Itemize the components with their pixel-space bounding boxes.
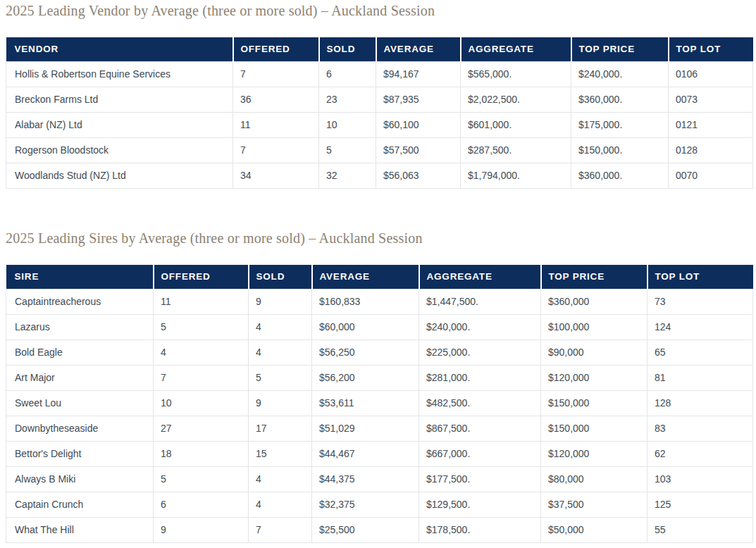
cell-sire: What The Hill	[6, 518, 154, 543]
table-row: Always B Miki54$44,375$177,500.$80,00010…	[6, 467, 753, 492]
cell-aggregate: $129,500.	[419, 492, 541, 518]
cell-sold: 7	[249, 518, 312, 543]
cell-sold: 4	[249, 492, 312, 518]
cell-top-lot: 0073	[669, 87, 753, 113]
cell-offered: 36	[233, 87, 319, 113]
cell-top-lot: 83	[647, 416, 753, 442]
cell-average: $94,167	[376, 62, 461, 87]
cell-sold: 32	[319, 163, 376, 189]
cell-top-lot: 81	[647, 366, 753, 391]
cell-average: $60,000	[312, 315, 419, 340]
cell-sold: 9	[249, 391, 312, 416]
cell-sire: Lazarus	[6, 315, 154, 340]
table-row: Art Major75$56,200$281,000.$120,00081	[6, 366, 753, 391]
cell-average: $44,375	[312, 467, 419, 492]
cell-top-lot: 124	[647, 315, 753, 340]
table-row: Alabar (NZ) Ltd1110$60,100$601,000.$175,…	[6, 113, 753, 138]
cell-offered: 5	[154, 315, 249, 340]
cell-offered: 27	[154, 416, 249, 442]
cell-aggregate: $867,500.	[419, 416, 541, 442]
cell-offered: 7	[154, 366, 249, 391]
cell-aggregate: $2,022,500.	[461, 87, 571, 113]
table-row: Hollis & Robertson Equine Services76$94,…	[6, 62, 753, 87]
cell-offered: 4	[154, 340, 249, 366]
cell-average: $160,833	[312, 289, 419, 315]
leading-sires-title: 2025 Leading Sires by Average (three or …	[6, 230, 752, 247]
column-header-aggregate: AGGREGATE	[419, 265, 541, 289]
cell-sire: Always B Miki	[6, 467, 154, 492]
cell-top-price: $120,000	[541, 442, 647, 467]
leading-sires-table: SIREOFFEREDSOLDAVERAGEAGGREGATETOP PRICE…	[6, 265, 753, 543]
cell-offered: 10	[154, 391, 249, 416]
column-header-top-price: TOP PRICE	[571, 37, 669, 62]
cell-vendor: Breckon Farms Ltd	[6, 87, 233, 113]
table-row: Bold Eagle44$56,250$225,000.$90,00065	[6, 340, 753, 366]
cell-average: $44,467	[312, 442, 419, 467]
cell-sold: 10	[319, 113, 376, 138]
table-row: Woodlands Stud (NZ) Ltd3432$56,063$1,794…	[6, 163, 753, 189]
cell-top-price: $37,500	[541, 492, 647, 518]
cell-sold: 6	[319, 62, 376, 87]
column-header-average: AVERAGE	[376, 37, 461, 62]
cell-top-lot: 0128	[669, 138, 753, 163]
cell-sold: 9	[249, 289, 312, 315]
table-row: Rogerson Bloodstock75$57,500$287,500.$15…	[6, 138, 753, 163]
cell-top-price: $90,000	[541, 340, 647, 366]
cell-vendor: Woodlands Stud (NZ) Ltd	[6, 163, 233, 189]
cell-aggregate: $565,000.	[461, 62, 571, 87]
cell-average: $51,029	[312, 416, 419, 442]
table-row: Downbytheseaside2717$51,029$867,500.$150…	[6, 416, 753, 442]
cell-average: $53,611	[312, 391, 419, 416]
cell-top-price: $150,000	[541, 391, 647, 416]
cell-sold: 5	[249, 366, 312, 391]
column-header-sold: SOLD	[319, 37, 376, 62]
cell-top-price: $150,000	[541, 416, 647, 442]
cell-sold: 4	[249, 340, 312, 366]
cell-top-price: $150,000.	[571, 138, 669, 163]
cell-offered: 9	[154, 518, 249, 543]
cell-aggregate: $177,500.	[419, 467, 541, 492]
table-row: Breckon Farms Ltd3623$87,935$2,022,500.$…	[6, 87, 753, 113]
leading-vendor-section: 2025 Leading Vendor by Average (three or…	[6, 2, 752, 189]
cell-sire: Bold Eagle	[6, 340, 154, 366]
cell-offered: 11	[154, 289, 249, 315]
cell-average: $32,375	[312, 492, 419, 518]
cell-sold: 4	[249, 467, 312, 492]
cell-top-price: $360,000.	[571, 87, 669, 113]
cell-top-lot: 65	[647, 340, 753, 366]
cell-offered: 18	[154, 442, 249, 467]
cell-aggregate: $287,500.	[461, 138, 571, 163]
cell-top-price: $175,000.	[571, 113, 669, 138]
cell-sire: Sweet Lou	[6, 391, 154, 416]
cell-sire: Art Major	[6, 366, 154, 391]
leading-sires-section: 2025 Leading Sires by Average (three or …	[6, 230, 752, 543]
leading-vendor-table: VENDOROFFEREDSOLDAVERAGEAGGREGATETOP PRI…	[6, 37, 753, 189]
cell-aggregate: $1,794,000.	[461, 163, 571, 189]
cell-sold: 5	[319, 138, 376, 163]
cell-top-price: $360,000.	[571, 163, 669, 189]
cell-aggregate: $1,447,500.	[419, 289, 541, 315]
cell-average: $57,500	[376, 138, 461, 163]
cell-average: $87,935	[376, 87, 461, 113]
cell-offered: 11	[233, 113, 319, 138]
cell-aggregate: $482,500.	[419, 391, 541, 416]
cell-vendor: Alabar (NZ) Ltd	[6, 113, 233, 138]
table-row: Sweet Lou109$53,611$482,500.$150,000128	[6, 391, 753, 416]
cell-aggregate: $281,000.	[419, 366, 541, 391]
cell-top-lot: 0121	[669, 113, 753, 138]
cell-top-lot: 73	[647, 289, 753, 315]
cell-top-price: $50,000	[541, 518, 647, 543]
cell-top-lot: 128	[647, 391, 753, 416]
cell-top-lot: 62	[647, 442, 753, 467]
cell-sold: 17	[249, 416, 312, 442]
cell-top-price: $120,000	[541, 366, 647, 391]
cell-sold: 23	[319, 87, 376, 113]
column-header-offered: OFFERED	[233, 37, 319, 62]
cell-sold: 4	[249, 315, 312, 340]
cell-vendor: Rogerson Bloodstock	[6, 138, 233, 163]
column-header-top-price: TOP PRICE	[541, 265, 647, 289]
cell-average: $56,250	[312, 340, 419, 366]
table-row: Lazarus54$60,000$240,000.$100,000124	[6, 315, 753, 340]
cell-top-price: $100,000	[541, 315, 647, 340]
cell-top-lot: 0106	[669, 62, 753, 87]
